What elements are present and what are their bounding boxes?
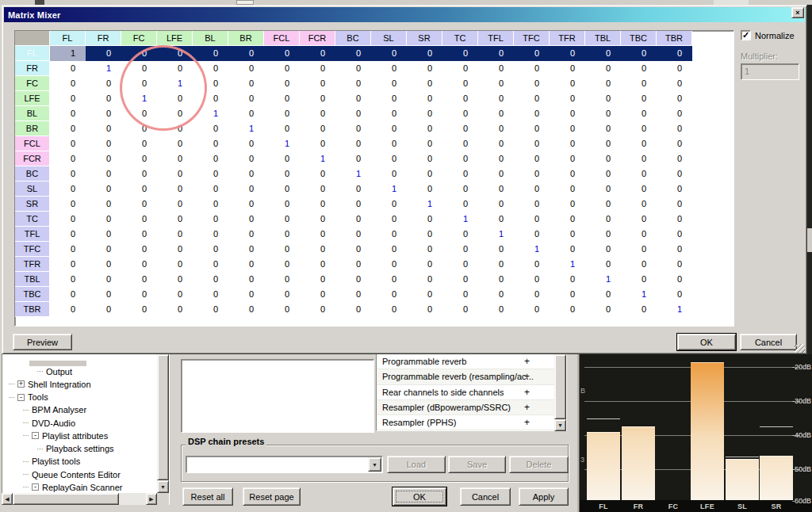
matrix-cell-TBR-SR[interactable]: 0 (407, 302, 442, 317)
matrix-cell-FCR-FCL[interactable]: 0 (264, 151, 300, 166)
matrix-cell-FR-BL[interactable]: 0 (193, 61, 228, 76)
matrix-cell-BL-TBR[interactable]: 0 (657, 106, 692, 121)
matrix-cell-BR-FCL[interactable]: 0 (264, 121, 300, 136)
matrix-cell-LFE-TFR[interactable]: 0 (550, 91, 585, 106)
matrix-cell-BC-FCL[interactable]: 0 (264, 166, 300, 181)
matrix-cell-FC-BC[interactable]: 0 (335, 76, 371, 91)
matrix-cell-TBR-BL[interactable]: 0 (193, 302, 228, 317)
matrix-cell-BR-LFE[interactable]: 0 (157, 121, 193, 136)
matrix-cell-TBR-FR[interactable]: 0 (86, 302, 121, 317)
matrix-cell-SR-TFL[interactable]: 0 (478, 197, 514, 212)
matrix-cell-TFL-FR[interactable]: 0 (86, 227, 121, 242)
matrix-cell-TBC-SL[interactable]: 0 (371, 287, 407, 302)
matrix-cell-LFE-TBC[interactable]: 0 (621, 91, 657, 106)
matrix-cell-TFL-TFL[interactable]: 1 (478, 227, 514, 242)
matrix-cell-TC-SR[interactable]: 0 (407, 212, 442, 227)
matrix-cell-FCR-BR[interactable]: 0 (228, 151, 264, 166)
matrix-cell-BL-FC[interactable]: 0 (121, 106, 157, 121)
matrix-cell-FL-FC[interactable]: 0 (121, 46, 157, 61)
row-header-TFC[interactable]: TFC (15, 242, 50, 257)
matrix-cell-LFE-TBR[interactable]: 0 (657, 91, 692, 106)
matrix-cell-BC-BC[interactable]: 1 (335, 166, 371, 181)
matrix-cell-FCR-FR[interactable]: 0 (86, 151, 121, 166)
matrix-cell-FCL-TBL[interactable]: 0 (585, 136, 621, 151)
collapse-icon[interactable]: - (17, 394, 25, 401)
expand-icon[interactable]: + (17, 380, 25, 388)
scroll-down-arrow-icon[interactable]: ▼ (554, 419, 566, 431)
matrix-cell-BL-TFC[interactable]: 0 (514, 106, 550, 121)
multiplier-input[interactable]: 1 (741, 63, 799, 80)
matrix-cell-BR-FL[interactable]: 0 (50, 121, 86, 136)
close-icon[interactable]: × (791, 7, 804, 18)
row-header-BL[interactable]: BL (15, 106, 50, 121)
matrix-cell-SR-TBR[interactable]: 0 (657, 197, 692, 212)
matrix-cell-FCL-BL[interactable]: 0 (193, 136, 228, 151)
matrix-cell-SR-LFE[interactable]: 0 (157, 197, 193, 212)
matrix-cell-FCL-TBR[interactable]: 0 (657, 136, 692, 151)
tree-item-queue-contents-editor[interactable]: Queue Contents Editor (23, 468, 121, 480)
matrix-cell-TBR-TFR[interactable]: 0 (550, 302, 585, 317)
matrix-cell-SL-TFR[interactable]: 0 (550, 181, 585, 197)
matrix-cell-TFC-LFE[interactable]: 0 (157, 242, 193, 257)
matrix-cell-TFL-FL[interactable]: 0 (50, 227, 86, 242)
matrix-cell-TBL-TFR[interactable]: 0 (550, 272, 585, 287)
add-dsp-icon[interactable]: + (524, 371, 530, 382)
matrix-cell-TBR-TFC[interactable]: 0 (514, 302, 550, 317)
matrix-cell-TFR-TC[interactable]: 0 (442, 257, 478, 272)
matrix-cell-TBC-TFC[interactable]: 0 (514, 287, 550, 302)
matrix-cell-BC-TFL[interactable]: 0 (478, 166, 514, 181)
matrix-cell-LFE-FC[interactable]: 1 (121, 91, 157, 106)
matrix-cell-TFL-BR[interactable]: 0 (228, 227, 264, 242)
matrix-cell-TFR-BC[interactable]: 0 (335, 257, 371, 272)
matrix-cell-TBL-LFE[interactable]: 0 (157, 272, 193, 287)
matrix-cell-FCR-TFL[interactable]: 0 (478, 151, 514, 166)
tree-item-playlist-attributes[interactable]: -Playlist attributes (23, 430, 108, 441)
matrix-cell-TFC-FL[interactable]: 0 (50, 242, 86, 257)
matrix-cell-LFE-TBL[interactable]: 0 (585, 91, 621, 106)
matrix-cell-BR-TBR[interactable]: 0 (657, 121, 692, 136)
matrix-cell-TBR-SL[interactable]: 0 (371, 302, 407, 317)
matrix-cell-FCR-FL[interactable]: 0 (50, 151, 86, 166)
row-header-FCL[interactable]: FCL (15, 136, 50, 151)
matrix-cell-BC-TFR[interactable]: 0 (550, 166, 585, 181)
matrix-cell-BR-TBC[interactable]: 0 (621, 121, 657, 136)
tree-horizontal-scrollbar-thumb[interactable] (13, 493, 119, 505)
dsp-list-scrollbar[interactable] (554, 354, 566, 419)
matrix-cell-TFR-BR[interactable]: 0 (228, 257, 264, 272)
dsp-list-item[interactable]: Programmable reverb (resampling/ac...+ (377, 369, 566, 384)
matrix-cell-BL-TFR[interactable]: 0 (550, 106, 585, 121)
matrix-cell-FCR-TFC[interactable]: 0 (514, 151, 550, 166)
matrix-cell-SL-BR[interactable]: 0 (228, 181, 264, 197)
matrix-cell-TFC-FR[interactable]: 0 (86, 242, 121, 257)
active-dsp-list[interactable] (181, 359, 374, 433)
matrix-cell-TBL-SR[interactable]: 0 (407, 272, 442, 287)
preferences-cancel-button[interactable]: Cancel (460, 487, 511, 506)
matrix-cell-FCL-TFR[interactable]: 0 (550, 136, 585, 151)
add-dsp-icon[interactable]: + (524, 387, 530, 398)
matrix-cell-TBL-BC[interactable]: 0 (335, 272, 371, 287)
matrix-cell-SL-FC[interactable]: 0 (121, 181, 157, 197)
matrix-cell-TBL-FL[interactable]: 0 (50, 272, 86, 287)
row-header-TC[interactable]: TC (15, 212, 50, 227)
matrix-cell-FCL-LFE[interactable]: 0 (157, 136, 193, 151)
preset-combobox[interactable]: ▼ (186, 456, 383, 473)
matrix-cell-TC-BL[interactable]: 0 (193, 212, 228, 227)
matrix-cell-BR-SR[interactable]: 0 (407, 121, 442, 136)
matrix-cell-TC-FCL[interactable]: 0 (264, 212, 300, 227)
preview-button[interactable]: Preview (13, 334, 72, 350)
matrix-cell-BC-BL[interactable]: 0 (193, 166, 228, 181)
matrix-cell-TBR-LFE[interactable]: 0 (157, 302, 193, 317)
delete-button[interactable]: Delete (509, 456, 569, 473)
matrix-cell-FCL-FR[interactable]: 0 (86, 136, 121, 151)
matrix-cell-TFC-BR[interactable]: 0 (228, 242, 264, 257)
matrix-cell-TFL-TC[interactable]: 0 (442, 227, 478, 242)
matrix-cell-TBR-BR[interactable]: 0 (228, 302, 264, 317)
matrix-cell-TFR-TFC[interactable]: 0 (514, 257, 550, 272)
matrix-cell-TBC-FL[interactable]: 0 (50, 287, 86, 302)
matrix-cell-TFC-TFC[interactable]: 1 (514, 242, 550, 257)
tree-vertical-scrollbar[interactable] (157, 354, 169, 480)
dsp-list-item[interactable]: Resampler (dBpoweramp/SSRC)+ (377, 400, 566, 415)
matrix-cell-FR-TBC[interactable]: 0 (621, 61, 657, 76)
matrix-cell-TFC-FC[interactable]: 0 (121, 242, 157, 257)
matrix-cell-LFE-FR[interactable]: 0 (86, 91, 121, 106)
